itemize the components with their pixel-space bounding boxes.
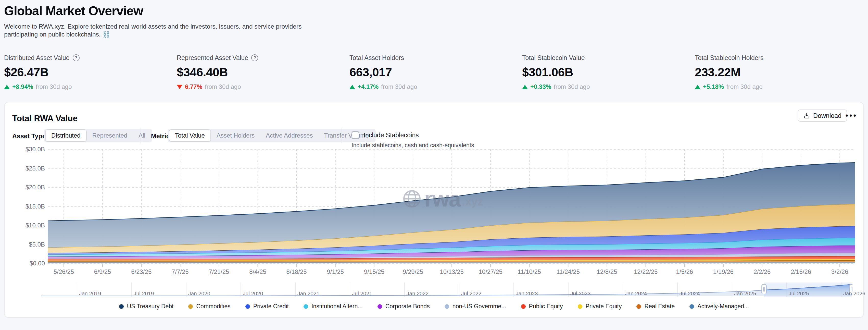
- legend-item[interactable]: Real Estate: [637, 303, 675, 310]
- ellipsis-icon: •••: [845, 111, 858, 120]
- legend-label: Public Equity: [529, 303, 563, 310]
- legend-dot-icon: [521, 304, 526, 309]
- stat-delta: +8.94% from 30d ago: [4, 83, 177, 90]
- y-axis-tick-label: $25.0B: [9, 165, 45, 172]
- stat-represented-asset-value: Represented Asset Value ? $346.40B 6.77%…: [177, 54, 349, 90]
- timeline-label: Jan 2022: [407, 291, 429, 297]
- y-axis-tick-label: $20.0B: [9, 184, 45, 191]
- stat-delta: +5.18% from 30d ago: [695, 83, 867, 90]
- asset-type-option-represented[interactable]: Represented: [87, 130, 133, 141]
- legend-label: Real Estate: [644, 303, 675, 310]
- x-axis-tick-label: 11/10/25: [509, 268, 550, 275]
- help-icon[interactable]: ?: [251, 54, 258, 61]
- delta-triangle-icon: [695, 85, 701, 89]
- stat-total-stablecoin-holders: Total Stablecoin Holders ? 233.22M +5.18…: [695, 54, 867, 90]
- stat-value: $26.47B: [4, 65, 177, 79]
- stat-value: $346.40B: [177, 65, 349, 79]
- timeline-brush[interactable]: Jan 2019Jul 2019Jan 2020Jul 2020Jan 2021…: [41, 282, 852, 298]
- x-axis-tick-label: 5/26/25: [43, 268, 84, 275]
- page-title: Global Market Overview: [4, 4, 303, 19]
- include-stablecoins-label[interactable]: Include Stablecoins: [364, 131, 419, 139]
- asset-type-option-distributed[interactable]: Distributed: [45, 129, 87, 142]
- legend-item[interactable]: Private Credit: [245, 303, 289, 310]
- timeline-label: Jan 2020: [188, 291, 210, 297]
- x-axis-tick-label: 12/22/25: [625, 268, 666, 275]
- timeline-label: Jan 2023: [516, 291, 538, 297]
- x-axis-tick-label: 1/19/26: [703, 268, 744, 275]
- legend-label: Corporate Bonds: [385, 303, 430, 310]
- stat-value: $301.06B: [522, 65, 695, 79]
- x-axis-tick-label: 6/9/25: [82, 268, 123, 275]
- include-stablecoins-sublabel: Include stablecoins, cash and cash-equiv…: [351, 142, 474, 149]
- timeline-label: Jan 2025: [734, 291, 756, 297]
- legend-item[interactable]: Public Equity: [521, 303, 563, 310]
- more-options-button[interactable]: •••: [844, 110, 859, 122]
- timeline-label: Jul 2024: [680, 291, 700, 297]
- brush-handle[interactable]: [762, 284, 766, 294]
- delta-triangle-icon: [349, 85, 355, 89]
- legend-label: Actively-Managed...: [698, 303, 749, 310]
- metric-option-active-addresses[interactable]: Active Addresses: [260, 130, 318, 141]
- legend-item[interactable]: non-US Governme...: [444, 303, 506, 310]
- legend-dot-icon: [578, 304, 582, 309]
- legend-label: Private Equity: [586, 303, 622, 310]
- x-axis-tick-label: 8/4/25: [238, 268, 278, 275]
- metric-label: Metric: [151, 132, 170, 140]
- legend-dot-icon: [444, 304, 449, 309]
- legend-item[interactable]: Corporate Bonds: [377, 303, 430, 310]
- x-axis-tick-label: 9/29/25: [393, 268, 433, 275]
- timeline-label: Jul 2022: [461, 291, 481, 297]
- x-axis-tick-label: 2/16/26: [780, 268, 821, 275]
- page-subtitle: Welcome to RWA.xyz. Explore tokenized re…: [4, 23, 303, 38]
- total-rwa-value-card: Total RWA Value Download ••• Asset Type …: [4, 102, 864, 318]
- stat-label: Total Stablecoin Value: [522, 54, 585, 61]
- chart-legend: US Treasury DebtCommoditiesPrivate Credi…: [5, 303, 863, 310]
- metric-option-asset-holders[interactable]: Asset Holders: [211, 130, 260, 141]
- legend-item[interactable]: Commodities: [188, 303, 230, 310]
- stacked-area-chart[interactable]: [48, 149, 855, 268]
- legend-item[interactable]: US Treasury Debt: [119, 303, 174, 310]
- legend-label: Institutional Altern...: [311, 303, 363, 310]
- timeline-label: Jan 2019: [79, 291, 101, 297]
- legend-item[interactable]: Private Equity: [578, 303, 622, 310]
- card-title: Total RWA Value: [12, 114, 78, 123]
- download-icon: [803, 112, 810, 119]
- legend-dot-icon: [304, 304, 308, 309]
- timeline-label: Jul 2025: [789, 291, 809, 297]
- divider: [342, 128, 342, 144]
- stat-label: Total Asset Holders: [349, 54, 404, 61]
- delta-triangle-icon: [522, 85, 528, 89]
- x-axis-tick-label: 9/1/25: [315, 268, 356, 275]
- legend-dot-icon: [188, 304, 193, 309]
- legend-dot-icon: [377, 304, 382, 309]
- y-axis-tick-label: $30.0B: [9, 146, 45, 153]
- stat-label: Distributed Asset Value: [4, 54, 70, 61]
- divider: [141, 128, 141, 144]
- timeline-label: Jul 2019: [134, 291, 154, 297]
- legend-dot-icon: [689, 304, 694, 309]
- stat-label: Total Stablecoin Holders: [695, 54, 764, 61]
- include-stablecoins-checkbox[interactable]: [351, 131, 360, 139]
- legend-label: non-US Governme...: [453, 303, 506, 310]
- stat-value: 663,017: [349, 65, 522, 79]
- x-axis-tick-label: 9/15/25: [354, 268, 395, 275]
- timeline-label: Jan 2026: [843, 291, 865, 297]
- help-icon[interactable]: ?: [73, 54, 80, 61]
- x-axis-tick-label: 12/8/25: [587, 268, 627, 275]
- asset-type-option-all[interactable]: All: [133, 130, 151, 141]
- include-stablecoins-row: Include Stablecoins: [351, 131, 419, 139]
- legend-item[interactable]: Actively-Managed...: [689, 303, 749, 310]
- legend-label: US Treasury Debt: [127, 303, 174, 310]
- legend-dot-icon: [637, 304, 641, 309]
- legend-label: Private Credit: [253, 303, 289, 310]
- x-axis-tick-label: 7/21/25: [198, 268, 239, 275]
- x-axis-tick-label: 6/23/25: [121, 268, 162, 275]
- download-button[interactable]: Download: [798, 110, 847, 122]
- download-label: Download: [813, 112, 841, 119]
- legend-label: Commodities: [196, 303, 230, 310]
- legend-item[interactable]: Institutional Altern...: [304, 303, 363, 310]
- metric-option-total-value[interactable]: Total Value: [169, 129, 211, 142]
- x-axis-tick-label: 7/7/25: [160, 268, 200, 275]
- stat-delta: +4.17% from 30d ago: [349, 83, 522, 90]
- x-axis-tick-label: 8/18/25: [276, 268, 317, 275]
